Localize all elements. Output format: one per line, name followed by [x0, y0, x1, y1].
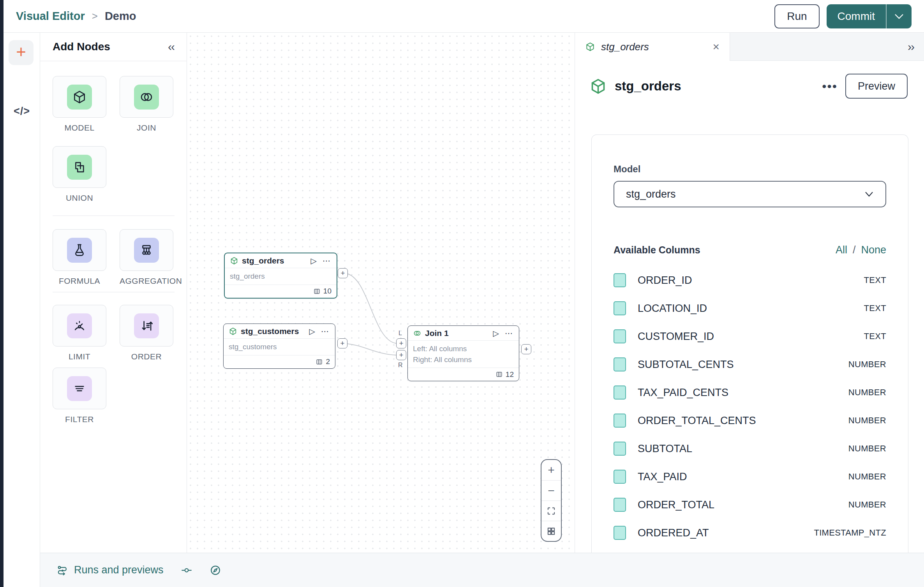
node-config-panel: ›› stg_orders × stg_orders ••• Preview M… [575, 33, 924, 553]
tile-label-union: UNION [53, 193, 106, 203]
explore-button[interactable] [210, 564, 221, 576]
canvas-node-join-1[interactable]: Join 1 ▷ ⋯ Left: All columns Right: All … [407, 325, 519, 381]
join-right-input-handle[interactable]: + [396, 350, 406, 360]
select-all-link[interactable]: All [836, 244, 847, 256]
plus-icon: + [16, 43, 26, 60]
add-nodes-title: Add Nodes [53, 41, 110, 53]
add-node-button[interactable]: + [9, 40, 34, 65]
tab-stg-orders[interactable]: stg_orders × [575, 33, 730, 61]
breadcrumb: Visual Editor > Demo [16, 10, 136, 23]
node-tile-filter[interactable] [53, 368, 106, 409]
zoom-in-button[interactable]: + [541, 460, 561, 480]
node-footer: 10 [225, 285, 337, 298]
node-tile-order[interactable] [120, 305, 173, 347]
column-checkbox[interactable] [614, 442, 626, 456]
breadcrumb-visual-editor-link[interactable]: Visual Editor [16, 10, 85, 23]
column-type: NUMBER [848, 359, 886, 370]
bottom-bar: Runs and previews [40, 553, 924, 587]
auto-layout-button[interactable] [541, 521, 561, 541]
node-title: stg_orders [242, 256, 306, 265]
node-tile-join[interactable] [120, 76, 173, 118]
more-menu-icon[interactable]: ••• [822, 79, 838, 94]
code-icon: </> [14, 105, 30, 117]
breadcrumb-separator: > [92, 10, 98, 22]
column-type: TEXT [864, 275, 886, 285]
columns-list: ORDER_ID TEXT LOCATION_ID TEXT CUSTOMER_… [592, 266, 908, 547]
join-left-input-handle[interactable]: + [396, 338, 406, 348]
more-menu-icon[interactable]: ⋯ [321, 256, 332, 265]
edge-stg-customers-to-join [342, 343, 396, 355]
canvas-node-stg-orders[interactable]: stg_orders ▷ ⋯ stg_orders 10 [224, 253, 337, 299]
formula-flask-icon [67, 238, 92, 263]
runs-and-previews-label: Runs and previews [74, 564, 164, 576]
runs-and-previews-button[interactable]: Runs and previews [56, 564, 164, 576]
join-right-summary: Right: All columns [413, 354, 514, 365]
select-none-link[interactable]: None [861, 244, 886, 256]
column-checkbox[interactable] [614, 357, 626, 371]
git-commit-icon [181, 564, 192, 576]
column-row: ORDER_TOTAL_CENTS NUMBER [592, 407, 908, 435]
commit-node-button[interactable] [181, 564, 192, 576]
node-tile-model[interactable] [53, 76, 106, 118]
column-checkbox[interactable] [614, 385, 626, 400]
model-select[interactable]: stg_orders [614, 181, 886, 207]
zoom-out-button[interactable]: − [541, 480, 561, 500]
column-checkbox[interactable] [614, 273, 626, 287]
limit-gauge-icon [67, 313, 92, 338]
column-row: SUBTOTAL_CENTS NUMBER [592, 350, 908, 378]
flow-canvas[interactable]: stg_orders ▷ ⋯ stg_orders 10 stg_custome… [187, 33, 575, 553]
play-icon[interactable]: ▷ [310, 256, 318, 265]
order-sort-icon [134, 313, 159, 338]
column-checkbox[interactable] [614, 329, 626, 343]
column-name: TAX_PAID_CENTS [638, 387, 728, 399]
stg-orders-output-handle[interactable]: + [338, 268, 348, 278]
node-tile-union[interactable] [53, 146, 106, 188]
collapse-panel-icon[interactable]: ‹‹ [168, 40, 174, 53]
commit-button[interactable]: Commit [827, 4, 886, 28]
more-menu-icon[interactable]: ⋯ [320, 327, 330, 336]
play-icon[interactable]: ▷ [308, 327, 316, 336]
join-left-label: L [399, 330, 402, 337]
model-cube-icon [230, 256, 238, 265]
column-checkbox[interactable] [614, 301, 626, 315]
window-edge-strip [0, 0, 4, 587]
model-config-card: Model stg_orders Available Columns All /… [591, 134, 908, 553]
aggregation-icon [134, 238, 159, 263]
column-type: NUMBER [848, 444, 886, 454]
columns-icon [316, 358, 323, 366]
join-output-handle[interactable]: + [521, 344, 531, 354]
expand-panel-icon[interactable]: ›› [908, 40, 914, 53]
column-checkbox[interactable] [614, 498, 626, 512]
node-tile-formula[interactable] [53, 229, 106, 271]
node-tile-aggregation[interactable] [120, 229, 173, 271]
run-button[interactable]: Run [774, 4, 819, 28]
select-links-separator: / [853, 244, 856, 256]
fit-view-button[interactable] [541, 500, 561, 521]
canvas-node-stg-customers[interactable]: stg_customers ▷ ⋯ stg_customers 2 [223, 324, 335, 369]
chevron-down-icon [864, 191, 874, 197]
join-left-summary: Left: All columns [413, 343, 514, 354]
model-label: Model [614, 164, 886, 175]
preview-button[interactable]: Preview [845, 74, 908, 99]
play-icon[interactable]: ▷ [492, 329, 500, 338]
more-menu-icon[interactable]: ⋯ [504, 329, 514, 338]
add-nodes-header: Add Nodes ‹‹ [40, 33, 187, 61]
column-name: ORDER_TOTAL_CENTS [638, 415, 756, 427]
panel-header: stg_orders ••• Preview [589, 74, 908, 99]
node-join-config: Left: All columns Right: All columns [408, 340, 519, 368]
code-view-button[interactable]: </> [4, 105, 40, 117]
join-right-label: R [398, 362, 403, 369]
runs-flow-icon [56, 564, 68, 576]
group-divider [53, 292, 175, 292]
close-icon[interactable]: × [712, 40, 719, 53]
column-type: NUMBER [848, 472, 886, 482]
commit-dropdown-button[interactable] [887, 4, 912, 28]
column-row: ORDERED_AT TIMESTAMP_NTZ [592, 519, 908, 547]
column-row: SUBTOTAL NUMBER [592, 435, 908, 463]
column-checkbox[interactable] [614, 470, 626, 484]
column-checkbox[interactable] [614, 526, 626, 540]
column-checkbox[interactable] [614, 414, 626, 428]
join-icon [413, 329, 421, 338]
stg-customers-output-handle[interactable]: + [337, 338, 347, 348]
node-tile-limit[interactable] [53, 305, 106, 347]
